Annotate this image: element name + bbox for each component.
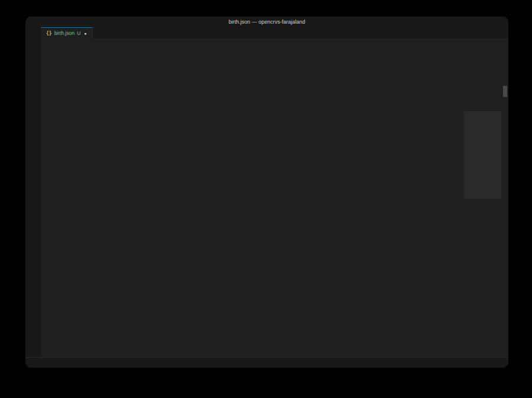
- vscode-window: birth.json — opencrvs-farajaland {} birt…: [25, 17, 508, 368]
- scrollbar: [502, 46, 508, 358]
- editor: [41, 46, 508, 358]
- activity-bar: [25, 27, 41, 358]
- breadcrumb: [41, 38, 508, 46]
- title-bar: birth.json — opencrvs-farajaland: [25, 17, 508, 28]
- window-title: birth.json — opencrvs-farajaland: [25, 19, 508, 25]
- code-area[interactable]: [41, 47, 464, 358]
- minimize-button[interactable]: [38, 20, 43, 24]
- tab-birth-json[interactable]: {} birth.json U ●: [41, 27, 93, 38]
- json-file-icon: {}: [46, 31, 52, 36]
- tab-bar: {} birth.json U ●: [41, 27, 508, 38]
- tab-label: birth.json: [54, 30, 75, 36]
- dirty-indicator[interactable]: ●: [84, 31, 86, 35]
- status-bar: [25, 357, 508, 368]
- scrollbar-thumb[interactable]: [503, 86, 507, 97]
- minimap[interactable]: [464, 46, 501, 358]
- close-button[interactable]: [30, 20, 34, 24]
- zoom-button[interactable]: [47, 20, 51, 24]
- traffic-lights: [30, 20, 51, 24]
- git-status-letter: U: [77, 30, 80, 36]
